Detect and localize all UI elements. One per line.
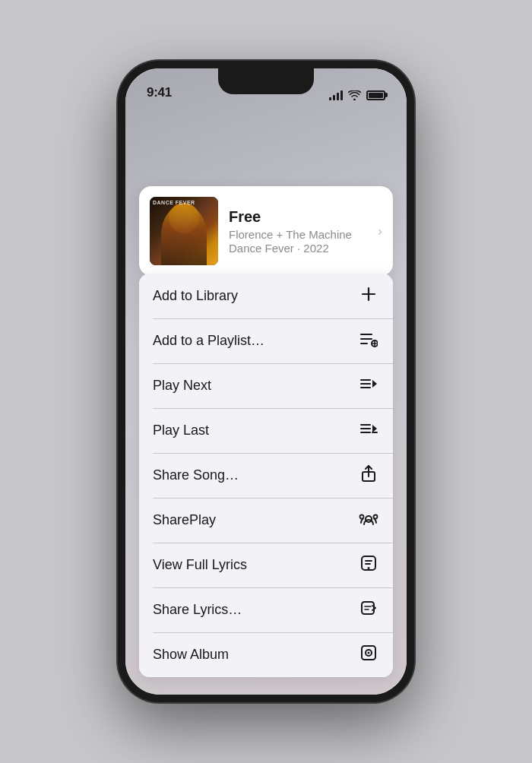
- menu-label-share-song: Share Song…: [153, 467, 239, 483]
- album-art-label: DANCE FEVER: [153, 200, 195, 206]
- plus-icon: [358, 286, 379, 306]
- menu-label-play-last: Play Last: [153, 423, 209, 438]
- phone-frame: 9:41: [118, 61, 414, 702]
- menu-label-add-playlist: Add to a Playlist…: [153, 333, 264, 349]
- notch: [218, 68, 314, 94]
- lyrics-icon: [358, 555, 379, 575]
- song-album-year: Dance Fever · 2022: [229, 242, 367, 255]
- menu-label-shareplay: SharePlay: [153, 512, 216, 528]
- song-card[interactable]: DANCE FEVER Free Florence + The Machine …: [139, 186, 393, 276]
- menu-label-share-lyrics: Share Lyrics…: [153, 602, 242, 618]
- menu-label-play-next: Play Next: [153, 378, 211, 394]
- song-title: Free: [229, 208, 367, 226]
- wifi-icon: [348, 90, 361, 100]
- status-time: 9:41: [147, 85, 172, 100]
- playlist-add-icon: [358, 331, 379, 351]
- play-last-icon: [358, 420, 379, 441]
- menu-item-share-song[interactable]: Share Song…: [139, 453, 393, 498]
- menu-item-show-album[interactable]: Show Album: [139, 632, 393, 677]
- battery-icon: [366, 90, 385, 100]
- menu-item-add-library[interactable]: Add to Library: [139, 274, 393, 318]
- svg-marker-11: [372, 380, 377, 388]
- svg-point-21: [374, 515, 378, 519]
- action-menu: Add to Library Add to a Playlist…: [139, 274, 393, 677]
- album-art: DANCE FEVER: [150, 197, 218, 265]
- menu-item-add-playlist[interactable]: Add to a Playlist…: [139, 318, 393, 363]
- menu-item-play-last[interactable]: Play Last: [139, 408, 393, 453]
- svg-rect-26: [362, 602, 374, 614]
- menu-item-share-lyrics[interactable]: Share Lyrics…: [139, 587, 393, 632]
- menu-item-view-lyrics[interactable]: View Full Lyrics: [139, 543, 393, 587]
- svg-marker-16: [372, 425, 377, 432]
- menu-label-add-library: Add to Library: [153, 288, 238, 304]
- share-lyrics-icon: [358, 600, 379, 620]
- play-next-icon: [358, 375, 379, 396]
- status-icons: [329, 90, 385, 100]
- song-info: Free Florence + The Machine Dance Fever …: [229, 208, 367, 255]
- song-detail-chevron[interactable]: ›: [378, 223, 382, 239]
- menu-item-play-next[interactable]: Play Next: [139, 363, 393, 408]
- song-artist: Florence + The Machine: [229, 228, 367, 241]
- svg-point-31: [368, 652, 370, 654]
- album-icon: [358, 644, 379, 665]
- svg-point-20: [360, 515, 364, 519]
- menu-item-shareplay[interactable]: SharePlay: [139, 498, 393, 543]
- share-icon: [358, 464, 379, 486]
- screen: 9:41: [125, 68, 407, 695]
- svg-point-25: [368, 567, 370, 569]
- menu-label-view-lyrics: View Full Lyrics: [153, 557, 247, 573]
- shareplay-icon: [358, 510, 379, 530]
- menu-label-show-album: Show Album: [153, 647, 229, 663]
- signal-icon: [329, 90, 343, 100]
